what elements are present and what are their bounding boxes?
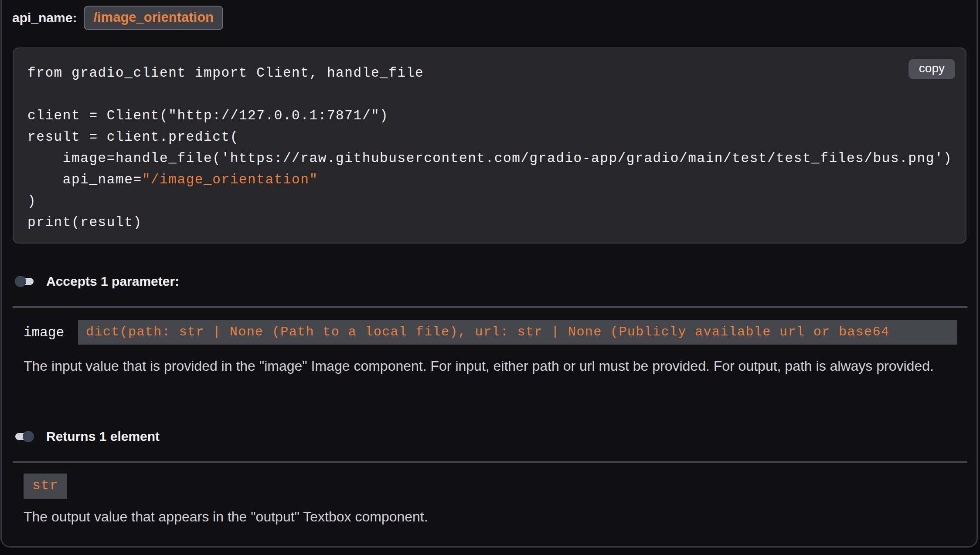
accepts-heading: Accepts 1 parameter: [46, 274, 179, 289]
parameter-toggle-icon [15, 276, 34, 287]
api-name-header: api_name: /image_orientation [12, 6, 223, 30]
divider [13, 461, 967, 463]
parameter-description: The input value that is provided in the … [24, 352, 965, 379]
api-docs-panel: api_name: /image_orientation from gradio… [0, 0, 978, 548]
parameter-type-badge: dict(path: str | None (Path to a local f… [78, 320, 957, 345]
api-name-label: api_name: [12, 10, 77, 25]
code-content: from gradio_client import Client, handle… [27, 62, 966, 243]
returns-heading-row: Returns 1 element [15, 429, 160, 444]
returns-heading: Returns 1 element [46, 429, 160, 444]
parameter-row: image dict(path: str | None (Path to a l… [24, 320, 957, 345]
return-toggle-icon [15, 431, 34, 442]
parameter-name: image [24, 325, 64, 340]
accepts-heading-row: Accepts 1 parameter: [15, 274, 179, 289]
copy-button[interactable]: copy [909, 59, 955, 79]
code-snippet-block: from gradio_client import Client, handle… [13, 47, 966, 244]
return-type-badge: str [24, 474, 67, 499]
endpoint-name-badge: /image_orientation [84, 6, 223, 30]
return-description: The output value that appears in the "ou… [24, 503, 965, 530]
divider [13, 306, 967, 308]
